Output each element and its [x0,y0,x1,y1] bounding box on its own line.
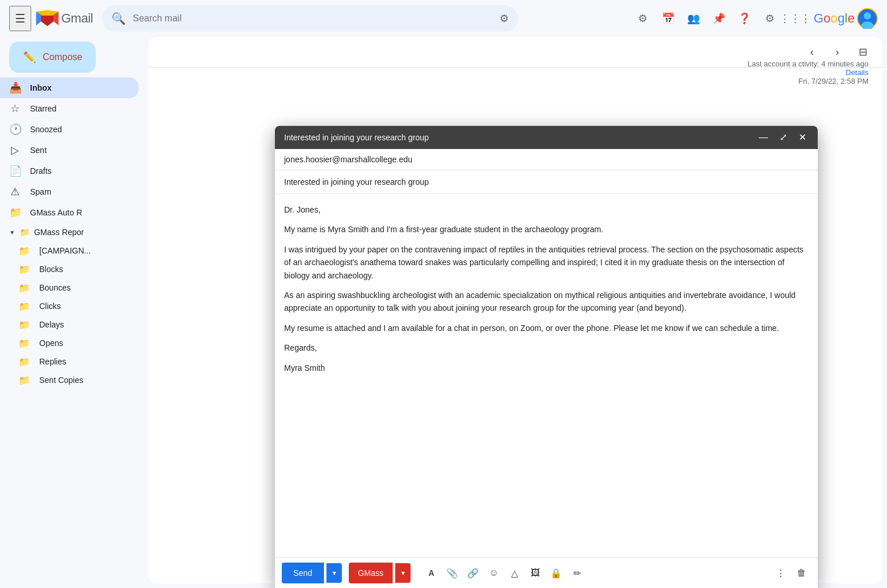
details-link[interactable]: Details [845,68,869,77]
sent-icon: ▷ [9,144,21,157]
gmail-logo: Gmail [36,10,93,27]
bounces-label: Bounces [39,283,70,292]
sidebar-item-sent-copies[interactable]: 📁 Sent Copies [0,371,139,389]
to-field[interactable]: jones.hoosier@marshallcollege.edu [275,149,818,170]
send-dropdown-button[interactable]: ▾ [326,563,342,583]
gmass-reports-folder-icon: 📁 [20,228,29,237]
compose-window: Interested in joining your research grou… [275,126,818,588]
more-icon: ⋮ [776,568,785,579]
settings-icon[interactable]: ⚙ [758,7,781,30]
gmass-auto-folder-icon: 📁 [9,206,21,219]
sidebar-item-gmass-auto[interactable]: 📁 GMass Auto R [0,202,139,223]
photo-button[interactable]: 🖼 [526,564,545,582]
body-closing: Regards, [284,341,808,354]
starred-icon: ☆ [9,102,21,115]
svg-point-1 [864,12,871,19]
filter-icon[interactable]: ⚙ [500,12,509,25]
search-bar[interactable]: 🔍 ⚙ [102,5,518,32]
subject-field[interactable]: Interested in joining your research grou… [275,170,818,194]
sidebar-item-bounces[interactable]: 📁 Bounces [0,278,139,297]
compose-button[interactable]: ✏️ Compose [9,42,96,73]
snoozed-label: Snoozed [30,125,62,134]
body-salutation: Dr. Jones, [284,203,808,216]
lock-button[interactable]: 🔒 [547,564,565,582]
view-icon: ⊟ [859,46,867,58]
blocks-folder-icon: 📁 [18,264,30,275]
minimize-button[interactable]: — [756,132,770,143]
spam-label: Spam [30,187,51,196]
close-button[interactable]: ✕ [796,132,808,143]
opens-label: Opens [39,338,63,348]
sidebar-item-inbox[interactable]: 📥 Inbox [0,77,139,98]
inbox-label: Inbox [30,83,51,92]
sidebar-item-spam[interactable]: ⚠ Spam [0,181,139,202]
link-icon: 🔗 [467,568,479,579]
profile-avatar[interactable] [857,8,878,29]
delete-draft-button[interactable]: 🗑 [792,564,811,582]
drafts-label: Drafts [30,166,51,176]
activity-text: Last account a [747,59,796,68]
compose-header: Interested in joining your research grou… [275,126,818,149]
sidebar-item-gmass-reports-parent[interactable]: ▼ 📁 GMass Repor [0,223,139,241]
chevron-right-icon: › [836,46,839,58]
more-options-button[interactable]: ⋮ [772,564,790,582]
apps-settings-icon[interactable]: ⚙ [631,7,654,30]
body-paragraph4: My resume is attached and I am available… [284,322,808,334]
contacts-icon[interactable]: 👥 [682,7,705,30]
body-paragraph3: As an aspiring swashbuckling archeologis… [284,289,808,315]
replies-label: Replies [39,357,66,366]
gmass-reports-label: GMass Repor [34,228,84,237]
send-button[interactable]: Send [282,563,324,583]
sidebar-item-campaign[interactable]: 📁 [CAMPAIGN... [0,241,139,260]
drive-button[interactable]: △ [505,564,524,582]
sent-label: Sent [30,146,47,155]
replies-folder-icon: 📁 [18,356,30,367]
bounces-folder-icon: 📁 [18,282,30,293]
compose-toolbar: Send ▾ GMass ▾ A 📎 🔗 ☺ △ 🖼 [275,557,818,588]
campaign-label: [CAMPAIGN... [39,246,91,255]
compose-label: Compose [43,52,82,62]
sidebar-item-delays[interactable]: 📁 Delays [0,315,139,334]
help-icon[interactable]: ❓ [733,7,756,30]
calendar-icon[interactable]: 📅 [657,7,680,30]
activity-time: ctivity: 4 minutes ago [799,59,869,68]
expand-button[interactable]: ⤢ [777,132,789,143]
keep-icon[interactable]: 📌 [707,7,731,30]
gmass-dropdown-button[interactable]: ▾ [395,563,411,583]
pencil-icon: ✏️ [23,51,36,64]
header-icons: ⚙ 📅 👥 📌 ❓ ⚙ ⋮⋮⋮ Google [631,7,878,30]
sidebar-item-blocks[interactable]: 📁 Blocks [0,260,139,278]
menu-button[interactable]: ☰ [9,6,31,31]
compose-body: jones.hoosier@marshallcollege.edu Intere… [275,149,818,588]
sent-copies-label: Sent Copies [39,375,83,385]
search-input[interactable] [133,13,493,24]
link-button[interactable]: 🔗 [464,564,482,582]
campaign-folder-icon: 📁 [18,245,30,256]
trash-icon: 🗑 [797,568,806,578]
drafts-icon: 📄 [9,165,21,177]
gmass-button[interactable]: GMass [349,563,393,583]
format-text-button[interactable]: A [422,564,441,582]
compose-text-body[interactable]: Dr. Jones, My name is Myra Smith and I'm… [275,194,818,557]
body-paragraph2: I was intrigued by your paper on the con… [284,243,808,282]
sidebar-item-clicks[interactable]: 📁 Clicks [0,297,139,315]
account-activity: Last account a ctivity: 4 minutes ago De… [747,59,869,77]
sidebar-item-sent[interactable]: ▷ Sent [0,140,139,161]
chevron-left-icon: ‹ [810,46,814,58]
lock-icon: 🔒 [550,568,562,579]
attach-icon: 📎 [446,568,458,579]
emoji-button[interactable]: ☺ [485,564,503,582]
email-date: Fri, 7/29/22, 2:58 PM [799,77,869,85]
subject-text: Interested in joining your research grou… [284,177,429,187]
delays-folder-icon: 📁 [18,319,30,330]
sidebar-item-replies[interactable]: 📁 Replies [0,352,139,371]
google-apps-icon[interactable]: ⋮⋮⋮ [784,7,807,30]
signature-button[interactable]: ✏ [568,564,586,582]
sidebar-item-snoozed[interactable]: 🕐 Snoozed [0,119,139,140]
sidebar-item-starred[interactable]: ☆ Starred [0,98,139,119]
google-logo: Google [814,11,855,26]
attach-button[interactable]: 📎 [443,564,461,582]
sidebar-item-drafts[interactable]: 📄 Drafts [0,161,139,181]
delays-label: Delays [39,320,64,329]
sidebar-item-opens[interactable]: 📁 Opens [0,334,139,352]
